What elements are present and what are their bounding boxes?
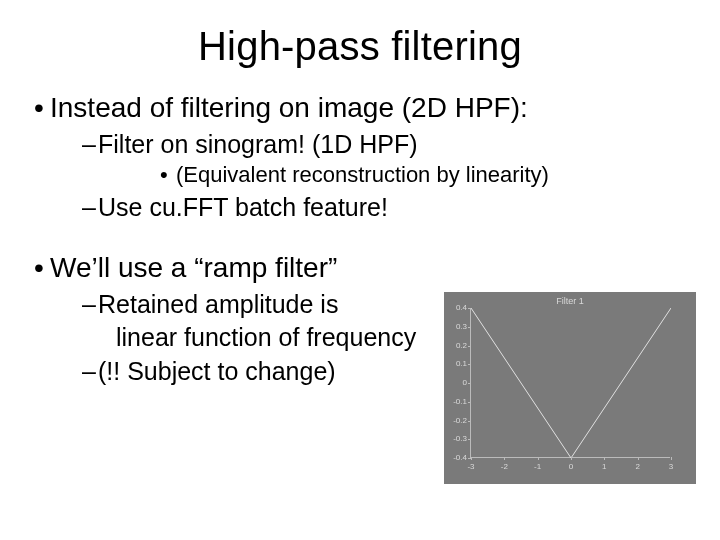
chart-xtick: 1 xyxy=(602,463,606,471)
bullet-l1: Instead of filtering on image (2D HPF): … xyxy=(28,91,692,223)
ramp-filter-chart: Filter 1 -0.4-0.3-0.2-0.100.10.20.30.4-3… xyxy=(444,292,696,484)
bullet-text: Retained amplitude is xyxy=(98,290,338,318)
chart-xtick: -2 xyxy=(501,463,508,471)
chart-ytick: -0.1 xyxy=(443,398,467,406)
chart-line-icon xyxy=(471,308,671,458)
chart-plot-area: -0.4-0.3-0.2-0.100.10.20.30.4-3-2-10123 xyxy=(470,308,670,458)
chart-ytick: -0.2 xyxy=(443,417,467,425)
bullet-text: (Equivalent reconstruction by linearity) xyxy=(176,162,549,187)
slide-title: High-pass filtering xyxy=(28,24,692,69)
chart-ytick: 0 xyxy=(443,379,467,387)
bullet-text: Filter on sinogram! (1D HPF) xyxy=(98,130,418,158)
bullet-text: (!! Subject to change) xyxy=(98,357,336,385)
bullet-text: We’ll use a “ramp filter” xyxy=(50,252,337,283)
chart-title: Filter 1 xyxy=(556,296,584,306)
chart-ytick: 0.3 xyxy=(443,323,467,331)
chart-xtick: -3 xyxy=(467,463,474,471)
chart-xtick: -1 xyxy=(534,463,541,471)
chart-xtick: 2 xyxy=(635,463,639,471)
bullet-l2: Use cu.FFT batch feature! xyxy=(50,192,692,223)
bullet-l2: Filter on sinogram! (1D HPF) (Equivalent… xyxy=(50,129,692,188)
chart-ytick: -0.4 xyxy=(443,454,467,462)
chart-ytick: -0.3 xyxy=(443,435,467,443)
chart-ytick: 0.2 xyxy=(443,342,467,350)
bullet-l3: (Equivalent reconstruction by linearity) xyxy=(98,162,692,189)
bullet-text: Use cu.FFT batch feature! xyxy=(98,193,388,221)
chart-ytick: 0.4 xyxy=(443,304,467,312)
chart-xtick: 0 xyxy=(569,463,573,471)
slide: High-pass filtering Instead of filtering… xyxy=(0,0,720,540)
chart-ytick: 0.1 xyxy=(443,360,467,368)
chart-xtick: 3 xyxy=(669,463,673,471)
bullet-text: Instead of filtering on image (2D HPF): xyxy=(50,92,528,123)
